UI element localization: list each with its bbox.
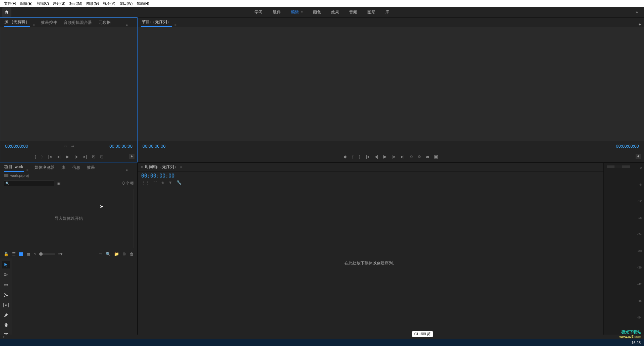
home-button[interactable] (2, 7, 11, 17)
ws-tab-effects[interactable]: 效果 (331, 9, 339, 15)
tab-audio-clip-mixer[interactable]: 音频剪辑混合器 (63, 18, 93, 27)
source-panel: 源:（无剪辑）≡ 效果控件 音频剪辑混合器 元数据 » 00;00;00;00 … (0, 17, 138, 162)
menu-clip[interactable]: 剪辑(C) (35, 1, 51, 6)
export-frame-icon[interactable]: ◙ (426, 154, 429, 159)
program-tc-left[interactable]: 00;00;00;00 (143, 144, 166, 149)
tool-selection[interactable] (2, 261, 10, 268)
panel-menu-icon[interactable]: ≡ (180, 165, 182, 169)
thumbnail-size-slider[interactable] (39, 253, 55, 255)
add-button-icon[interactable]: + (129, 154, 135, 159)
sort-icon[interactable]: ≡▾ (58, 252, 62, 256)
settings-icon[interactable]: 🔧 (176, 180, 181, 186)
tab-info[interactable]: 信息 (71, 163, 81, 172)
find-icon[interactable]: 🔍 (106, 252, 111, 256)
linked-selection-icon[interactable]: ⌒ (153, 180, 157, 186)
menu-file[interactable]: 文件(F) (2, 1, 18, 6)
icon-view-icon[interactable] (19, 252, 23, 256)
tool-pen[interactable] (2, 311, 10, 319)
tool-razor[interactable] (2, 291, 10, 299)
extract-icon[interactable]: ⎊ (418, 154, 421, 159)
timeline-tc[interactable]: 00;00;00;00 (141, 173, 600, 179)
step-fwd-icon[interactable]: |▸ (392, 154, 395, 159)
snap-icon[interactable]: ⋮⋮ (141, 180, 149, 186)
project-overflow-icon[interactable]: » (126, 168, 128, 172)
step-back-icon[interactable]: ◂| (375, 154, 378, 159)
insert-icon[interactable]: ⎘ (92, 154, 95, 159)
automate-icon[interactable]: ▭ (99, 252, 102, 256)
ime-indicator[interactable]: CH ⌨ 简 (412, 331, 433, 337)
tab-effects[interactable]: 效果 (86, 163, 96, 172)
menu-view[interactable]: 视图(V) (101, 1, 117, 6)
menu-sequence[interactable]: 序列(S) (51, 1, 67, 6)
source-tc-right[interactable]: 00;00;00;00 (109, 144, 132, 149)
lock-icon[interactable]: 🔒 (4, 252, 9, 256)
menu-graphics[interactable]: 图形(G) (84, 1, 101, 6)
tool-ripple-edit[interactable] (2, 281, 10, 289)
add-marker-icon[interactable]: ◆ (343, 154, 347, 159)
ws-overflow-icon[interactable]: » (636, 10, 638, 14)
freeform-view-icon[interactable]: ▦ (26, 252, 30, 256)
go-out-icon[interactable]: ▸| (84, 154, 87, 159)
project-drop-area[interactable]: 导入媒体以开始 (4, 189, 134, 248)
tab-media-browser[interactable]: 媒体浏览器 (34, 163, 55, 172)
zoom-icon[interactable]: ⇔ (71, 144, 74, 148)
tab-timeline[interactable]: 时间轴:（无序列） (145, 164, 178, 170)
mark-out-icon[interactable]: } (41, 154, 43, 159)
tab-source[interactable]: 源:（无剪辑） (4, 18, 30, 27)
go-in-icon[interactable]: |◂ (366, 154, 369, 159)
lift-icon[interactable]: ⎋ (410, 154, 413, 159)
play-icon[interactable]: ▶ (383, 154, 387, 159)
go-in-icon[interactable]: |◂ (48, 154, 52, 159)
mark-in-icon[interactable]: { (352, 154, 354, 159)
ws-tab-graphics[interactable]: 图形 (367, 9, 375, 15)
tab-library[interactable]: 库 (61, 163, 66, 172)
fit-icon[interactable]: ▭ (64, 144, 67, 148)
mark-in-icon[interactable]: { (35, 154, 36, 159)
marker-icon[interactable]: ▼ (168, 180, 172, 186)
panel-menu-icon[interactable]: ≡ (33, 23, 35, 27)
play-icon[interactable]: ▶ (66, 154, 69, 159)
mark-out-icon[interactable]: } (359, 154, 360, 159)
compare-icon[interactable]: ▣ (434, 154, 438, 159)
tool-hand[interactable] (2, 322, 10, 329)
list-view-icon[interactable]: ☰ (12, 252, 16, 256)
new-bin-icon[interactable]: ▣ (57, 181, 60, 186)
link-icon[interactable]: ⚭ (2, 335, 5, 339)
tool-slip[interactable]: |↔| (2, 301, 10, 309)
panel-menu-icon[interactable]: ≡ (26, 168, 29, 172)
clear-icon[interactable]: 🗑 (130, 252, 134, 256)
menu-window[interactable]: 窗口(W) (117, 1, 135, 6)
ws-tab-library[interactable]: 库 (385, 9, 389, 15)
tab-effect-controls[interactable]: 效果控件 (40, 18, 58, 27)
close-tab-icon[interactable]: × (141, 165, 143, 169)
ws-tab-color[interactable]: 颜色 (313, 9, 321, 15)
menu-edit[interactable]: 编辑(E) (18, 1, 35, 6)
panel-menu-icon[interactable]: ≡ (174, 23, 176, 27)
new-bin-button-icon[interactable]: 📁 (114, 252, 119, 256)
ws-tab-audio[interactable]: 音频 (349, 9, 357, 15)
add-button-icon[interactable]: + (636, 154, 641, 159)
source-tc-left[interactable]: 00;00;00;00 (5, 144, 28, 149)
source-overflow-icon[interactable]: » (126, 23, 128, 27)
tab-project[interactable]: 项目: work (4, 163, 24, 172)
go-out-icon[interactable]: ▸| (401, 154, 405, 159)
ws-tab-assembly[interactable]: 组件 (273, 9, 281, 15)
step-fwd-icon[interactable]: |▸ (74, 154, 78, 159)
new-item-icon[interactable]: 🗎 (122, 252, 126, 256)
program-plus-icon[interactable]: + (639, 22, 641, 27)
add-marker-icon[interactable]: ◈ (161, 180, 164, 186)
program-viewer[interactable] (138, 27, 644, 141)
overwrite-icon[interactable]: ⎗ (100, 154, 103, 159)
source-viewer[interactable] (0, 27, 137, 141)
ws-tab-editing[interactable]: 编辑 (291, 9, 303, 15)
tool-track-select[interactable] (2, 271, 10, 279)
tab-metadata[interactable]: 元数据 (98, 18, 111, 27)
menu-help[interactable]: 帮助(H) (135, 1, 151, 6)
program-tc-right[interactable]: 00;00;00;00 (616, 144, 639, 149)
menu-marker[interactable]: 标记(M) (67, 1, 85, 6)
tab-program[interactable]: 节目:（无序列） (141, 18, 172, 27)
ws-tab-learn[interactable]: 学习 (255, 9, 263, 15)
search-input[interactable]: 🔍 (4, 180, 54, 186)
step-back-icon[interactable]: ◂| (57, 154, 60, 159)
timeline-drop-area[interactable]: 在此处放下媒体以创建序列。 (138, 187, 603, 339)
